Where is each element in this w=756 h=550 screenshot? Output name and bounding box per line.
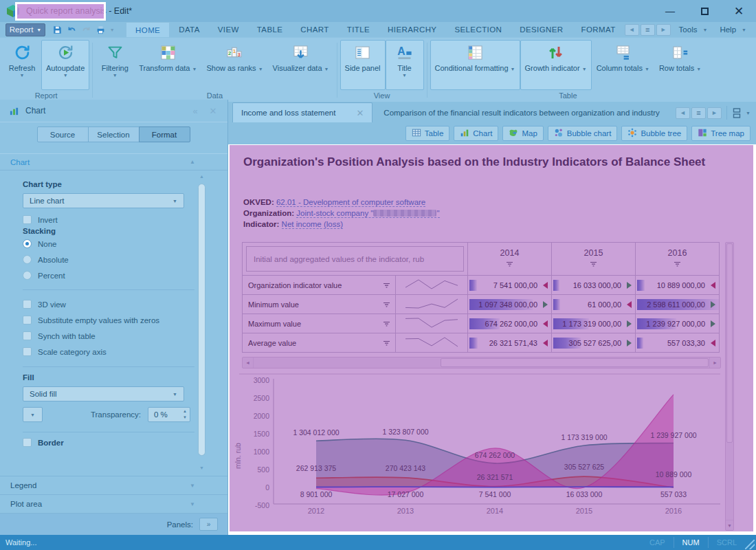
value-cell[interactable]: 10 889 000,00 xyxy=(636,276,720,295)
scrollbar-thumb[interactable] xyxy=(726,243,733,443)
table-horizontal-scrollbar[interactable]: ◄ ► xyxy=(242,357,721,368)
ribbon-tab-chart[interactable]: CHART xyxy=(291,22,337,37)
value-cell[interactable]: 557 033,30 xyxy=(636,333,720,353)
scroll-down-icon[interactable]: ▼ xyxy=(197,465,206,474)
ribbon-tab-selection[interactable]: SELECTION xyxy=(445,22,511,37)
view-button-table[interactable]: Table xyxy=(405,126,450,141)
view-button-bubble-chart[interactable]: Bubble chart xyxy=(548,126,618,141)
organization-link[interactable]: Joint-stock company "" xyxy=(296,209,439,218)
ribbon-button-show-as-ranks[interactable]: 213Show as ranks ▼ xyxy=(201,40,267,90)
nav-left-icon[interactable]: ◄ xyxy=(625,24,639,36)
redo-button[interactable] xyxy=(79,23,93,36)
collapse-panel-icon[interactable]: « xyxy=(186,106,204,116)
document-tab-comparison[interactable]: Comparison of the financial result indic… xyxy=(373,102,670,122)
column-header-2014[interactable]: 2014 xyxy=(468,243,552,276)
nav-menu-icon[interactable]: ≡ xyxy=(641,24,655,36)
resize-grip-icon[interactable] xyxy=(745,540,755,549)
close-button[interactable]: ✕ xyxy=(722,1,756,21)
stacking-radio-none[interactable]: None xyxy=(23,236,69,252)
ribbon-tab-format[interactable]: FORMAT xyxy=(572,22,625,37)
section-header-chart[interactable]: Chart▲ xyxy=(0,153,227,170)
maximize-button[interactable] xyxy=(687,1,722,21)
sparkline-cell[interactable] xyxy=(396,295,468,314)
ribbon-button-growth-indicator[interactable]: Growth indicator ▼ xyxy=(520,40,592,90)
value-cell[interactable]: 2 598 611 000,00 xyxy=(636,295,720,314)
ribbon-button-column-totals[interactable]: Column totals ▼ xyxy=(592,40,654,90)
undo-button[interactable] xyxy=(65,23,79,36)
ribbon-button-conditional-formatting[interactable]: Conditional formatting ▼ xyxy=(430,40,520,90)
close-tab-icon[interactable]: ✕ xyxy=(356,108,364,118)
scrollbar-thumb[interactable] xyxy=(441,358,709,367)
panel-tab-format[interactable]: Format xyxy=(139,126,190,142)
nav-right-icon[interactable]: ► xyxy=(656,24,671,36)
okved-link[interactable]: 62.01 - Development of computer software xyxy=(276,198,425,207)
section-header-plot-area[interactable]: Plot area▼ xyxy=(0,494,227,513)
sparkline-cell[interactable] xyxy=(396,333,468,353)
scrollbar-thumb[interactable] xyxy=(198,184,205,456)
panel-tab-source[interactable]: Source xyxy=(37,126,89,142)
scroll-left-icon[interactable]: ◄ xyxy=(243,358,254,368)
indicator-link[interactable]: Net income (loss) xyxy=(282,220,343,229)
scroll-down-icon[interactable]: ▼ xyxy=(726,520,733,530)
panel-tab-selection[interactable]: Selection xyxy=(88,126,140,142)
border-checkbox[interactable]: Border xyxy=(23,434,64,450)
minimize-button[interactable]: — xyxy=(653,1,687,21)
report-canvas[interactable]: Organization's Position Analysis based o… xyxy=(228,144,756,535)
sparkline-cell[interactable] xyxy=(396,314,468,333)
window-layout-button[interactable]: ▼ xyxy=(732,108,751,118)
value-cell[interactable]: 1 097 348 000,00 xyxy=(468,295,552,314)
document-tab-income-statement[interactable]: Income and loss statement ✕ xyxy=(232,102,373,122)
section-header-legend[interactable]: Legend▼ xyxy=(0,476,227,494)
checkbox-scale-category-axis[interactable]: Scale category axis xyxy=(23,344,159,360)
value-cell[interactable]: 305 527 625,00 xyxy=(552,333,636,353)
ribbon-tab-hierarchy[interactable]: HIERARCHY xyxy=(379,22,445,37)
help-menu[interactable]: Help▼ xyxy=(715,25,751,34)
ribbon-tab-view[interactable]: VIEW xyxy=(209,22,248,37)
checkbox-synch-with-table[interactable]: Synch with table xyxy=(23,328,159,344)
nav-left-icon[interactable]: ◄ xyxy=(676,107,690,119)
chart-type-dropdown[interactable]: Line chart▼ xyxy=(23,193,184,208)
ribbon-button-title[interactable]: ATitle▼ xyxy=(386,40,424,90)
view-button-bubble-tree[interactable]: Bubble tree xyxy=(621,126,687,141)
ribbon-button-side-panel[interactable]: Side panel xyxy=(340,40,386,90)
ribbon-tab-designer[interactable]: DESIGNER xyxy=(511,22,572,37)
ribbon-button-row-totals[interactable]: Row totals ▼ xyxy=(654,40,706,90)
value-cell[interactable]: 7 541 000,00 xyxy=(468,276,552,295)
fill-type-dropdown[interactable]: Solid fill▼ xyxy=(23,386,184,402)
fill-color-dropdown[interactable]: ▼ xyxy=(23,407,43,422)
value-cell[interactable]: 61 000,00 xyxy=(552,295,636,314)
side-panel-scrollbar[interactable]: ▲ ▼ xyxy=(197,174,206,474)
column-header-2015[interactable]: 2015 xyxy=(552,243,636,276)
tools-menu[interactable]: Tools▼ xyxy=(675,25,712,34)
ribbon-tab-title[interactable]: TITLE xyxy=(338,22,379,37)
chevron-down-icon[interactable]: ▼ xyxy=(108,28,116,32)
ribbon-tab-home[interactable]: HOME xyxy=(126,22,170,37)
value-cell[interactable]: 16 033 000,00 xyxy=(552,276,636,295)
nav-right-icon[interactable]: ► xyxy=(707,107,722,119)
scroll-up-icon[interactable]: ▲ xyxy=(197,174,206,182)
stacking-radio-percent[interactable]: Percent xyxy=(23,267,69,283)
invert-checkbox[interactable]: Invert xyxy=(23,212,58,228)
save-button[interactable] xyxy=(50,23,65,36)
spinner-arrows-icon[interactable]: ▲▼ xyxy=(183,408,187,421)
checkbox-3d-view[interactable]: 3D view xyxy=(23,296,159,312)
stacking-radio-absolute[interactable]: Absolute xyxy=(23,252,69,267)
row-header-maximum-value[interactable]: Maximum value xyxy=(243,314,396,333)
nav-menu-icon[interactable]: ≡ xyxy=(691,107,706,119)
print-button[interactable] xyxy=(93,23,108,36)
expand-panels-button[interactable]: » xyxy=(199,518,218,531)
scroll-right-icon[interactable]: ► xyxy=(709,358,720,368)
row-header-minimum-value[interactable]: Minimum value xyxy=(243,295,396,314)
report-vertical-scrollbar[interactable]: ▼ xyxy=(725,242,734,531)
close-panel-icon[interactable]: ✕ xyxy=(204,106,222,116)
value-cell[interactable]: 1 173 319 000,00 xyxy=(552,314,636,333)
view-button-tree-map[interactable]: Tree map xyxy=(691,126,751,141)
ribbon-button-filtering[interactable]: Filtering▼ xyxy=(96,40,134,90)
value-cell[interactable]: 26 321 571,43 xyxy=(468,333,552,353)
column-header-2016[interactable]: 2016 xyxy=(636,243,720,276)
ribbon-tab-table[interactable]: TABLE xyxy=(248,22,292,37)
report-menu-button[interactable]: Report▼ xyxy=(5,23,45,36)
row-header-average-value[interactable]: Average value xyxy=(243,333,396,353)
indicator-area-chart[interactable]: 300025002000150010005000-500mln. rub2012… xyxy=(228,373,740,535)
value-cell[interactable]: 674 262 000,00 xyxy=(468,314,552,333)
